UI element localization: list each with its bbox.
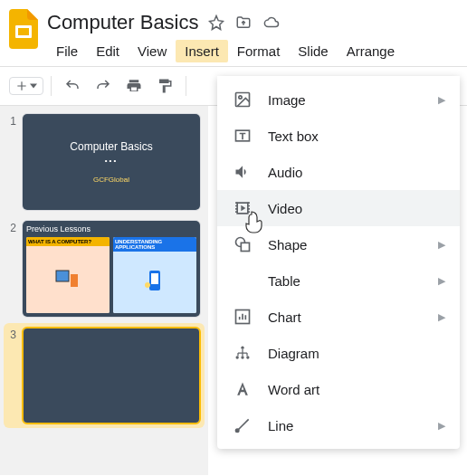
menu-item-wordart[interactable]: Word art: [217, 371, 460, 407]
image-icon: [232, 89, 253, 110]
diagram-icon: [232, 342, 253, 364]
submenu-arrow-icon: ▶: [438, 275, 445, 287]
menu-item-line[interactable]: Line ▶: [217, 407, 460, 443]
slide-thumbnail-2[interactable]: 2 Previous Lessons WHAT IS A COMPUTER? U…: [7, 220, 201, 318]
line-icon: [232, 414, 253, 436]
slides-logo[interactable]: [7, 7, 40, 51]
submenu-arrow-icon: ▶: [438, 311, 445, 323]
svg-point-14: [236, 356, 239, 358]
menu-item-textbox[interactable]: Text box: [217, 118, 460, 154]
menu-item-video[interactable]: Video: [217, 190, 460, 226]
menu-view[interactable]: View: [129, 40, 176, 62]
audio-icon: [232, 161, 253, 183]
document-title[interactable]: Computer Basics: [47, 11, 199, 34]
submenu-arrow-icon: ▶: [438, 420, 445, 432]
slide-thumbnail-3[interactable]: 3: [4, 323, 205, 428]
video-icon: [232, 197, 253, 219]
submenu-arrow-icon: ▶: [438, 94, 445, 106]
textbox-icon: [232, 125, 253, 147]
cloud-icon[interactable]: [262, 14, 281, 31]
insert-menu-dropdown: Image ▶ Text box Audio Video Shape ▶ Tab…: [217, 76, 460, 449]
slide-thumbnail-1[interactable]: 1 Computer Basics ••• GCFGlobal: [7, 113, 201, 211]
svg-point-6: [145, 282, 150, 288]
menu-item-diagram[interactable]: Diagram: [217, 335, 460, 371]
menu-item-chart[interactable]: Chart ▶: [217, 299, 460, 335]
menu-arrange[interactable]: Arrange: [338, 40, 404, 62]
submenu-arrow-icon: ▶: [438, 239, 445, 251]
svg-point-13: [241, 347, 243, 349]
svg-rect-2: [56, 271, 69, 281]
print-button[interactable]: [120, 72, 148, 100]
menu-file[interactable]: File: [47, 40, 87, 62]
menu-item-table[interactable]: Table ▶: [217, 262, 460, 299]
separator: [51, 76, 52, 96]
svg-rect-3: [71, 274, 78, 287]
menubar: File Edit View Insert Format Slide Arran…: [47, 36, 460, 66]
shape-icon: [232, 233, 253, 255]
move-icon[interactable]: [235, 14, 252, 31]
menu-slide[interactable]: Slide: [289, 40, 337, 62]
chart-icon: [232, 306, 253, 328]
star-icon[interactable]: [208, 14, 224, 31]
svg-point-15: [241, 356, 243, 358]
redo-button[interactable]: [90, 72, 117, 100]
menu-format[interactable]: Format: [228, 40, 290, 62]
menu-item-shape[interactable]: Shape ▶: [217, 226, 460, 262]
menu-item-audio[interactable]: Audio: [217, 154, 460, 190]
svg-rect-1: [18, 28, 29, 35]
svg-rect-11: [241, 243, 249, 251]
wordart-icon: [232, 378, 253, 400]
svg-point-16: [246, 356, 249, 358]
paint-format-button[interactable]: [151, 72, 178, 100]
menu-item-image[interactable]: Image ▶: [217, 81, 460, 118]
separator: [186, 76, 186, 96]
new-slide-button[interactable]: [9, 77, 43, 95]
table-icon: [232, 270, 253, 291]
menu-edit[interactable]: Edit: [87, 40, 129, 62]
header: Computer Basics File Edit View Insert Fo…: [0, 0, 467, 66]
svg-point-8: [239, 96, 242, 99]
slide-panel: 1 Computer Basics ••• GCFGlobal 2 Previo…: [0, 106, 208, 475]
menu-insert[interactable]: Insert: [176, 40, 228, 62]
svg-rect-5: [151, 273, 158, 284]
undo-button[interactable]: [59, 72, 86, 100]
